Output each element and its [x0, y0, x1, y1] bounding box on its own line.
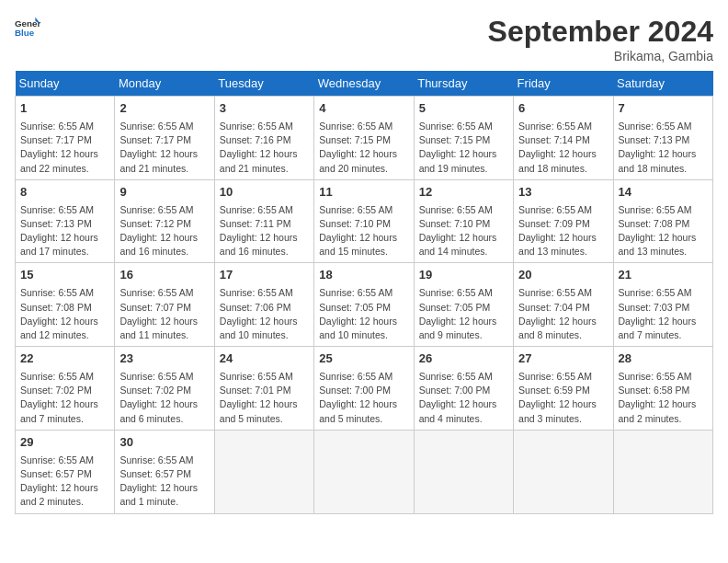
day-info: Sunrise: 6:55 AM Sunset: 7:14 PM Dayligh…: [518, 120, 608, 176]
weekday-header-tuesday: Tuesday: [214, 71, 313, 97]
day-info: Sunrise: 6:55 AM Sunset: 6:57 PM Dayligh…: [20, 454, 109, 510]
day-number: 13: [518, 184, 608, 201]
calendar-day-cell: 26Sunrise: 6:55 AM Sunset: 7:00 PM Dayli…: [414, 347, 513, 431]
calendar-day-cell: 4Sunrise: 6:55 AM Sunset: 7:15 PM Daylig…: [314, 97, 414, 180]
title-block: September 2024 Brikama, Gambia: [488, 15, 713, 63]
calendar-day-cell: 7Sunrise: 6:55 AM Sunset: 7:13 PM Daylig…: [613, 97, 712, 180]
calendar-day-cell: 28Sunrise: 6:55 AM Sunset: 6:58 PM Dayli…: [613, 347, 712, 431]
page-header: General Blue September 2024 Brikama, Gam…: [15, 15, 713, 63]
weekday-header-sunday: Sunday: [16, 71, 115, 97]
calendar-day-cell: 25Sunrise: 6:55 AM Sunset: 7:00 PM Dayli…: [314, 347, 414, 431]
day-number: 5: [419, 100, 508, 118]
calendar-day-cell: 17Sunrise: 6:55 AM Sunset: 7:06 PM Dayli…: [214, 263, 313, 347]
calendar-day-cell: [613, 430, 712, 513]
day-number: 4: [319, 100, 408, 118]
day-info: Sunrise: 6:55 AM Sunset: 7:17 PM Dayligh…: [20, 120, 109, 176]
day-info: Sunrise: 6:55 AM Sunset: 7:09 PM Dayligh…: [518, 203, 608, 259]
day-number: 26: [419, 350, 508, 368]
day-info: Sunrise: 6:55 AM Sunset: 7:11 PM Dayligh…: [220, 203, 309, 259]
day-info: Sunrise: 6:55 AM Sunset: 7:02 PM Dayligh…: [119, 370, 209, 426]
calendar-day-cell: 10Sunrise: 6:55 AM Sunset: 7:11 PM Dayli…: [214, 179, 313, 263]
day-info: Sunrise: 6:55 AM Sunset: 7:07 PM Dayligh…: [119, 286, 209, 342]
day-info: Sunrise: 6:55 AM Sunset: 7:08 PM Dayligh…: [20, 286, 109, 342]
calendar-week-row: 15Sunrise: 6:55 AM Sunset: 7:08 PM Dayli…: [16, 263, 713, 347]
weekday-header-monday: Monday: [115, 71, 214, 97]
day-number: 19: [419, 267, 508, 284]
calendar-day-cell: 29Sunrise: 6:55 AM Sunset: 6:57 PM Dayli…: [16, 430, 115, 513]
day-number: 18: [319, 267, 408, 284]
calendar-day-cell: 12Sunrise: 6:55 AM Sunset: 7:10 PM Dayli…: [414, 179, 513, 263]
day-info: Sunrise: 6:55 AM Sunset: 7:13 PM Dayligh…: [619, 120, 708, 176]
day-number: 20: [518, 267, 608, 284]
day-info: Sunrise: 6:55 AM Sunset: 7:15 PM Dayligh…: [419, 120, 508, 176]
month-title: September 2024: [488, 15, 713, 49]
calendar-day-cell: 9Sunrise: 6:55 AM Sunset: 7:12 PM Daylig…: [115, 179, 214, 263]
day-number: 23: [119, 350, 209, 368]
day-info: Sunrise: 6:55 AM Sunset: 7:03 PM Dayligh…: [619, 286, 708, 342]
calendar-day-cell: 24Sunrise: 6:55 AM Sunset: 7:01 PM Dayli…: [214, 347, 313, 431]
day-number: 2: [119, 100, 209, 118]
day-info: Sunrise: 6:55 AM Sunset: 7:02 PM Dayligh…: [20, 370, 109, 426]
day-number: 12: [419, 184, 508, 201]
calendar-day-cell: 27Sunrise: 6:55 AM Sunset: 6:59 PM Dayli…: [514, 347, 613, 431]
calendar-week-row: 22Sunrise: 6:55 AM Sunset: 7:02 PM Dayli…: [16, 347, 713, 431]
day-number: 16: [119, 267, 209, 284]
day-number: 3: [220, 100, 309, 118]
day-number: 29: [20, 434, 109, 452]
day-info: Sunrise: 6:55 AM Sunset: 7:05 PM Dayligh…: [319, 286, 408, 342]
day-number: 8: [20, 184, 109, 201]
day-info: Sunrise: 6:55 AM Sunset: 7:05 PM Dayligh…: [419, 286, 508, 342]
day-number: 14: [619, 184, 708, 201]
logo: General Blue: [15, 15, 40, 40]
calendar-week-row: 29Sunrise: 6:55 AM Sunset: 6:57 PM Dayli…: [16, 430, 713, 513]
day-number: 22: [20, 350, 109, 368]
day-number: 6: [518, 100, 608, 118]
day-info: Sunrise: 6:55 AM Sunset: 6:59 PM Dayligh…: [518, 370, 608, 426]
calendar-day-cell: 14Sunrise: 6:55 AM Sunset: 7:08 PM Dayli…: [613, 179, 712, 263]
calendar-day-cell: [314, 430, 414, 513]
day-info: Sunrise: 6:55 AM Sunset: 7:13 PM Dayligh…: [20, 203, 109, 259]
svg-text:Blue: Blue: [15, 28, 35, 38]
calendar-day-cell: [214, 430, 313, 513]
day-number: 30: [119, 434, 209, 452]
day-number: 24: [220, 350, 309, 368]
calendar-day-cell: 22Sunrise: 6:55 AM Sunset: 7:02 PM Dayli…: [16, 347, 115, 431]
calendar-day-cell: 23Sunrise: 6:55 AM Sunset: 7:02 PM Dayli…: [115, 347, 214, 431]
day-info: Sunrise: 6:55 AM Sunset: 6:58 PM Dayligh…: [619, 370, 708, 426]
day-info: Sunrise: 6:55 AM Sunset: 7:06 PM Dayligh…: [220, 286, 309, 342]
day-number: 28: [619, 350, 708, 368]
weekday-header-thursday: Thursday: [414, 71, 513, 97]
logo-icon: General Blue: [15, 15, 40, 40]
calendar-day-cell: 3Sunrise: 6:55 AM Sunset: 7:16 PM Daylig…: [214, 97, 313, 180]
day-info: Sunrise: 6:55 AM Sunset: 7:04 PM Dayligh…: [518, 286, 608, 342]
calendar-day-cell: [514, 430, 613, 513]
calendar-day-cell: 13Sunrise: 6:55 AM Sunset: 7:09 PM Dayli…: [514, 179, 613, 263]
day-number: 11: [319, 184, 408, 201]
weekday-header-friday: Friday: [514, 71, 613, 97]
calendar-day-cell: 11Sunrise: 6:55 AM Sunset: 7:10 PM Dayli…: [314, 179, 414, 263]
day-info: Sunrise: 6:55 AM Sunset: 7:17 PM Dayligh…: [119, 120, 209, 176]
day-number: 9: [119, 184, 209, 201]
calendar-day-cell: [414, 430, 513, 513]
calendar-day-cell: 16Sunrise: 6:55 AM Sunset: 7:07 PM Dayli…: [115, 263, 214, 347]
day-info: Sunrise: 6:55 AM Sunset: 7:15 PM Dayligh…: [319, 120, 408, 176]
calendar-day-cell: 1Sunrise: 6:55 AM Sunset: 7:17 PM Daylig…: [16, 97, 115, 180]
day-number: 21: [619, 267, 708, 284]
day-info: Sunrise: 6:55 AM Sunset: 7:16 PM Dayligh…: [220, 120, 309, 176]
calendar-day-cell: 6Sunrise: 6:55 AM Sunset: 7:14 PM Daylig…: [514, 97, 613, 180]
calendar-day-cell: 30Sunrise: 6:55 AM Sunset: 6:57 PM Dayli…: [115, 430, 214, 513]
calendar-day-cell: 20Sunrise: 6:55 AM Sunset: 7:04 PM Dayli…: [514, 263, 613, 347]
calendar-day-cell: 18Sunrise: 6:55 AM Sunset: 7:05 PM Dayli…: [314, 263, 414, 347]
day-info: Sunrise: 6:55 AM Sunset: 7:12 PM Dayligh…: [119, 203, 209, 259]
calendar-week-row: 1Sunrise: 6:55 AM Sunset: 7:17 PM Daylig…: [16, 97, 713, 180]
calendar-day-cell: 8Sunrise: 6:55 AM Sunset: 7:13 PM Daylig…: [16, 179, 115, 263]
day-info: Sunrise: 6:55 AM Sunset: 7:01 PM Dayligh…: [220, 370, 309, 426]
day-number: 15: [20, 267, 109, 284]
day-info: Sunrise: 6:55 AM Sunset: 7:10 PM Dayligh…: [319, 203, 408, 259]
calendar-day-cell: 15Sunrise: 6:55 AM Sunset: 7:08 PM Dayli…: [16, 263, 115, 347]
day-info: Sunrise: 6:55 AM Sunset: 7:08 PM Dayligh…: [619, 203, 708, 259]
day-number: 7: [619, 100, 708, 118]
day-number: 27: [518, 350, 608, 368]
calendar-day-cell: 19Sunrise: 6:55 AM Sunset: 7:05 PM Dayli…: [414, 263, 513, 347]
weekday-header-saturday: Saturday: [613, 71, 712, 97]
